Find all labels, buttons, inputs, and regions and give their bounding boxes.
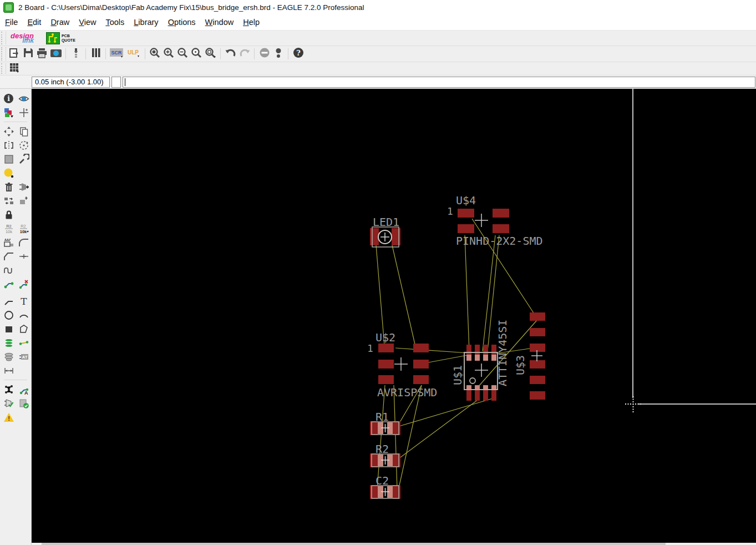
pad[interactable] (530, 328, 545, 336)
pad[interactable] (530, 376, 545, 384)
ratsnest-tool[interactable] (1, 382, 16, 396)
menu-window[interactable]: Window (205, 18, 234, 27)
info-tool[interactable]: i (1, 92, 16, 105)
optimize-tool[interactable] (16, 249, 31, 263)
lock-tool[interactable] (1, 208, 16, 221)
menu-options[interactable]: Options (168, 18, 196, 27)
component-u3[interactable]: U$3 (514, 312, 545, 400)
ref-label[interactable]: U$4 (456, 194, 476, 207)
led1-origin-cross[interactable] (380, 233, 389, 241)
arc-tool[interactable] (16, 308, 31, 322)
circle-tool[interactable] (1, 308, 16, 322)
erc-tool[interactable] (1, 396, 16, 410)
ref-label[interactable]: U$1 (451, 365, 464, 385)
menu-view[interactable]: View (79, 18, 96, 27)
pinswap-tool[interactable] (1, 194, 16, 208)
group-tool[interactable] (1, 152, 16, 166)
pad[interactable] (530, 344, 545, 352)
pad[interactable] (530, 312, 545, 321)
dimension-tool[interactable] (1, 364, 16, 377)
scroll-left-button[interactable] (32, 543, 42, 545)
u4-origin-cross[interactable] (475, 214, 488, 227)
delete-tool[interactable] (1, 180, 16, 194)
value-label[interactable]: PINHD-2X2-SMD (456, 234, 543, 248)
change-tool[interactable] (16, 152, 31, 166)
script-scr-button[interactable]: SCR (109, 47, 125, 60)
value-tool[interactable]: R210k (16, 221, 31, 235)
grid-button[interactable] (7, 62, 21, 75)
airwire[interactable] (465, 235, 469, 351)
zoom-redraw-button[interactable] (204, 47, 217, 60)
pad[interactable] (483, 345, 488, 355)
value-label[interactable]: AVRISPSMD (377, 386, 437, 399)
toolbar-drag-handle[interactable] (1, 63, 6, 74)
ref-label[interactable]: C2 (376, 474, 389, 487)
hole-tool[interactable] (1, 350, 16, 364)
ref-label[interactable]: LED1 (373, 215, 399, 229)
airwire[interactable] (472, 219, 537, 318)
airwires[interactable] (376, 219, 537, 493)
pad[interactable] (475, 390, 480, 401)
zoom-in-button[interactable] (162, 47, 176, 60)
pad[interactable] (458, 209, 474, 218)
pad[interactable] (378, 360, 394, 369)
pad[interactable] (393, 453, 400, 467)
airwire[interactable] (377, 385, 385, 489)
stop-button[interactable] (257, 47, 271, 60)
toolbar-drag-handle[interactable] (1, 32, 6, 44)
zoom-out-button[interactable] (176, 47, 190, 60)
pin-header-button[interactable] (69, 47, 83, 60)
pad[interactable] (378, 344, 394, 352)
command-input[interactable] (123, 77, 755, 88)
meander-tool[interactable] (1, 263, 16, 277)
traffic-light-button[interactable] (271, 47, 285, 60)
component-u4[interactable]: U$4 1 PINHD-2X2-SMD (447, 194, 543, 248)
zoom-select-button[interactable] (190, 47, 204, 60)
ripup-tool[interactable] (16, 277, 31, 291)
show-tool[interactable] (16, 92, 31, 105)
component-r1[interactable]: R1 (370, 410, 400, 435)
airwire[interactable] (398, 385, 422, 493)
menu-draw[interactable]: Draw (50, 18, 69, 27)
help-button[interactable]: ? (291, 47, 305, 60)
ref-label[interactable]: R2 (376, 442, 389, 456)
pad[interactable] (493, 209, 509, 218)
paste-tool[interactable] (1, 166, 16, 180)
component-c2[interactable]: C2 (370, 474, 400, 499)
save-button[interactable] (21, 47, 35, 60)
move-tool[interactable] (1, 124, 16, 138)
component-led1[interactable]: LED1 (370, 215, 400, 247)
pad[interactable] (466, 390, 471, 401)
airwire[interactable] (394, 385, 397, 489)
pad[interactable] (491, 390, 496, 401)
print-button[interactable] (35, 47, 49, 60)
name-tool[interactable]: R210k (1, 221, 16, 235)
board-outline[interactable] (625, 89, 756, 412)
ulp-button[interactable]: ULP (125, 47, 142, 60)
pad[interactable] (370, 228, 379, 245)
display-layers-tool[interactable] (1, 105, 16, 119)
wire-tool[interactable] (1, 294, 16, 308)
rotate-tool[interactable] (16, 138, 31, 152)
airwire[interactable] (395, 348, 468, 353)
pad[interactable] (413, 360, 429, 369)
pad[interactable] (475, 345, 480, 355)
zoom-fit-button[interactable] (148, 47, 162, 60)
window-columns-button[interactable] (89, 47, 103, 60)
smash-tool[interactable] (1, 235, 16, 249)
pad[interactable] (530, 360, 545, 369)
undo-button[interactable] (224, 47, 237, 60)
pad[interactable] (378, 375, 394, 384)
copy-tool[interactable] (16, 124, 31, 138)
board-canvas[interactable]: LED1 U$4 1 PINHD-2X2-SMD (32, 89, 756, 543)
ref-label[interactable]: R1 (376, 410, 389, 423)
via-tool[interactable] (1, 336, 16, 350)
component-u1[interactable]: U$1 ATTINY45SI (451, 320, 509, 401)
signal-tool[interactable] (16, 336, 31, 350)
drc-tool[interactable] (16, 396, 31, 410)
airwire[interactable] (392, 245, 415, 344)
airwire[interactable] (423, 355, 470, 364)
u1-origin-cross[interactable] (475, 364, 488, 377)
split-tool[interactable] (1, 249, 16, 263)
toolbar-drag-handle[interactable] (1, 47, 6, 60)
